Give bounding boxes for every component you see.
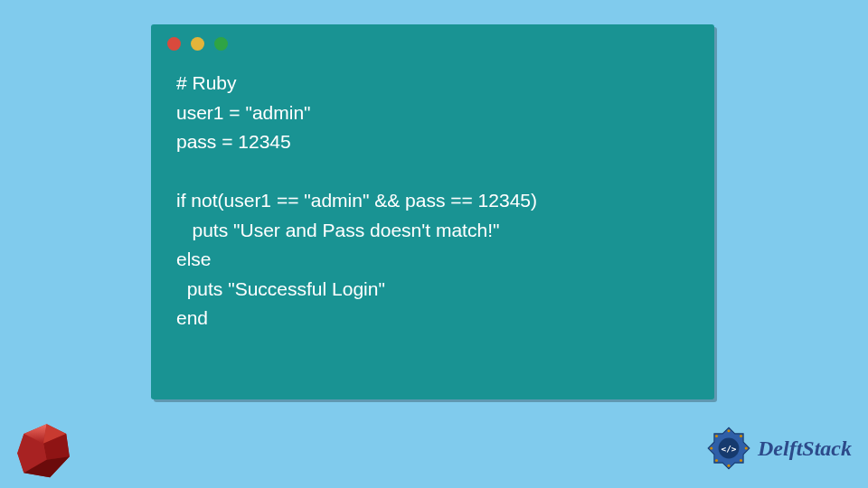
ruby-gem-icon [11, 418, 76, 483]
delftstack-label: DelftStack [758, 436, 852, 461]
svg-point-15 [710, 446, 712, 449]
window-close-dot [167, 37, 181, 51]
svg-point-14 [715, 459, 718, 462]
window-titlebar [151, 24, 714, 56]
delftstack-branding: </> DelftStack [705, 425, 852, 472]
svg-point-10 [740, 435, 742, 437]
code-body: # Ruby user1 = "admin" pass = 12345 if n… [151, 56, 714, 352]
svg-point-11 [745, 446, 748, 449]
svg-point-16 [715, 435, 718, 437]
svg-text:</>: </> [722, 444, 737, 454]
svg-point-9 [727, 429, 730, 432]
svg-point-12 [740, 459, 742, 462]
window-maximize-dot [214, 37, 228, 51]
delftstack-logo-icon: </> [705, 425, 752, 472]
window-minimize-dot [191, 37, 204, 51]
code-window: # Ruby user1 = "admin" pass = 12345 if n… [151, 24, 714, 399]
svg-point-13 [727, 465, 730, 467]
